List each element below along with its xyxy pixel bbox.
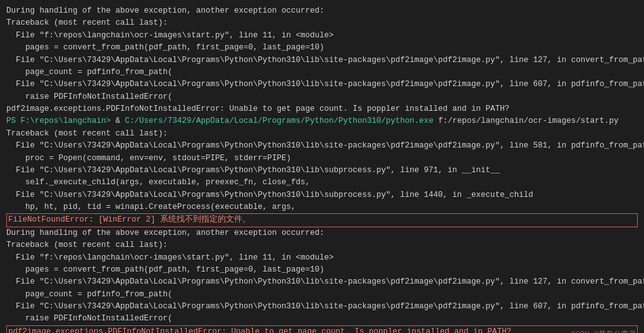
- terminal-line: FileNotFoundError: [WinError 2] 系统找不到指定的…: [6, 213, 638, 227]
- watermark-csdn: CSDN @: [571, 330, 598, 333]
- terminal-line: page_count = pdfinfo_from_path(: [6, 289, 638, 301]
- watermark-suffix: 菜鸟分享录: [598, 330, 636, 333]
- terminal-line: pages = convert_from_path(pdf_path, firs…: [6, 42, 638, 54]
- terminal-line: During handling of the above exception, …: [6, 227, 638, 239]
- terminal-line: File "C:\Users\73429\AppData\Local\Progr…: [6, 301, 638, 313]
- terminal-window: During handling of the above exception, …: [0, 0, 644, 333]
- terminal-line: raise PDFInfoNotInstalledError(: [6, 313, 638, 325]
- terminal-line: Traceback (most recent call last):: [6, 239, 638, 251]
- terminal-line: PS F:\repos\langchain> & C:/Users/73429/…: [6, 115, 638, 127]
- terminal-line: hp, ht, pid, tid = winapi.CreateProcess(…: [6, 201, 638, 213]
- terminal-line: page_count = pdfinfo_from_path(: [6, 66, 638, 79]
- terminal-line: File "f:\repos\langchain\ocr-images\star…: [6, 30, 638, 42]
- watermark: CSDN @菜鸟分享录: [571, 329, 636, 333]
- terminal-line: Traceback (most recent call last):: [6, 17, 638, 29]
- terminal-line: raise PDFInfoNotInstalledError(: [6, 91, 638, 103]
- terminal-line: File "C:\Users\73429\AppData\Local\Progr…: [6, 79, 638, 91]
- terminal-line: File "C:\Users\73429\AppData\Local\Progr…: [6, 276, 638, 288]
- terminal-line: File "f:\repos\langchain\ocr-images\star…: [6, 252, 638, 264]
- terminal-line: proc = Popen(command, env=env, stdout=PI…: [6, 153, 638, 165]
- terminal-line: pdf2image.exceptions.PDFInfoNotInstalled…: [6, 325, 638, 333]
- terminal-line: During handling of the above exception, …: [6, 5, 638, 17]
- terminal-line: File "C:\Users\73429\AppData\Local\Progr…: [6, 165, 638, 177]
- output-block: During handling of the above exception, …: [6, 5, 638, 333]
- terminal-line: self._execute_child(args, executable, pr…: [6, 177, 638, 189]
- terminal-line: Traceback (most recent call last):: [6, 128, 638, 140]
- terminal-line: pdf2image.exceptions.PDFInfoNotInstalled…: [6, 103, 638, 115]
- terminal-line: pages = convert_from_path(pdf_path, firs…: [6, 264, 638, 276]
- terminal-line: File "C:\Users\73429\AppData\Local\Progr…: [6, 189, 638, 201]
- terminal-line: File "C:\Users\73429\AppData\Local\Progr…: [6, 54, 638, 66]
- terminal-line: File "C:\Users\73429\AppData\Local\Progr…: [6, 140, 638, 152]
